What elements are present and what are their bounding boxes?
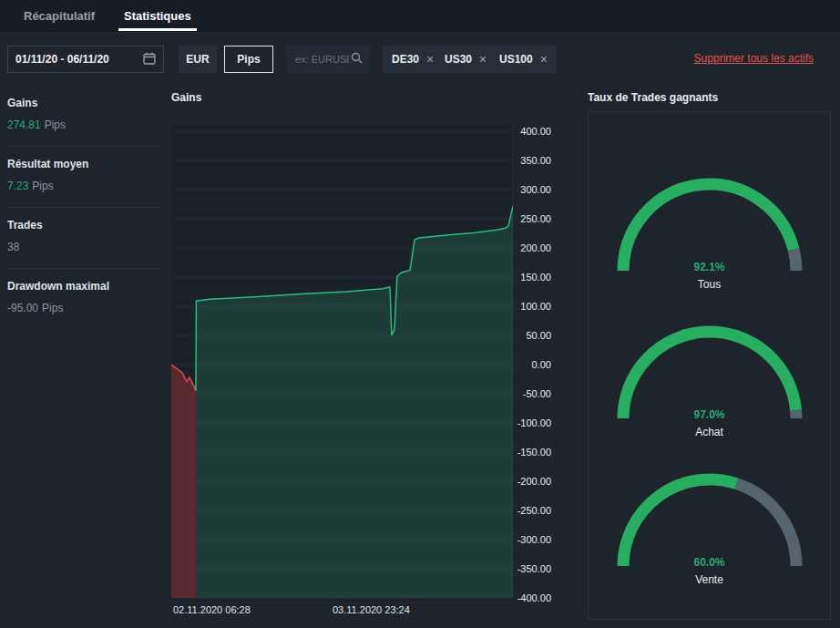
tab-statistiques[interactable]: Statistiques xyxy=(109,0,206,31)
stat-value: 7.23 xyxy=(7,180,28,192)
stat-unit: Pips xyxy=(45,118,66,131)
asset-search-input[interactable] xyxy=(293,53,351,66)
stat-value: 38 xyxy=(7,241,19,253)
y-tick-label: -350.00 xyxy=(517,563,551,574)
asset-chip-label: US100 xyxy=(499,53,533,66)
asset-chip-label: US30 xyxy=(445,53,472,66)
y-tick-label: -100.00 xyxy=(517,417,551,428)
stat-label: Trades xyxy=(7,219,162,232)
stat-trades: Trades 38 xyxy=(7,208,162,269)
stat-unit: Pips xyxy=(32,180,53,192)
x-axis-label-mid: 03.11.2020 23:24 xyxy=(333,604,410,615)
asset-chip-us30[interactable]: US30 × xyxy=(435,46,496,73)
tab-recapitulatif[interactable]: Récapitulatif xyxy=(9,0,109,31)
x-axis-label-start: 02.11.2020 06:28 xyxy=(173,604,251,615)
asset-chip-de30[interactable]: DE30 × xyxy=(383,46,443,73)
date-range-picker[interactable]: 01/11/20 - 06/11/20 xyxy=(7,46,164,73)
gauge-percentage: 92.1% xyxy=(693,261,724,273)
gains-chart-svg xyxy=(171,123,513,601)
search-icon xyxy=(351,51,363,67)
remove-chip-icon[interactable]: × xyxy=(426,53,434,66)
stat-value: 274.81 xyxy=(7,118,41,131)
stat-unit: Pips xyxy=(42,302,63,314)
header-tabs: Récapitulatif Statistiques xyxy=(0,0,840,32)
tab-recapitulatif-label: Récapitulatif xyxy=(24,9,95,23)
y-axis-labels: 400.00350.00300.00250.00200.00150.00100.… xyxy=(515,123,551,601)
y-tick-label: 300.00 xyxy=(520,184,551,195)
gauge-tous: 92.1% Tous xyxy=(589,176,830,324)
pips-toggle-button[interactable]: Pips xyxy=(224,46,273,73)
asset-chip-us100[interactable]: US100 × xyxy=(490,46,557,73)
gauges-title: Taux de Trades gagnants xyxy=(588,91,718,104)
y-tick-label: -50.00 xyxy=(523,388,551,399)
gains-chart-panel xyxy=(171,123,513,601)
y-tick-label: -400.00 xyxy=(517,592,551,603)
date-range-value: 01/11/20 - 06/11/20 xyxy=(15,53,109,66)
gauge-percentage: 97.0% xyxy=(693,408,724,421)
chart-title: Gains xyxy=(171,91,201,104)
tab-statistiques-label: Statistiques xyxy=(124,9,191,23)
remove-chip-icon[interactable]: × xyxy=(479,53,487,66)
gauge-vente: 60.0% Vente xyxy=(589,471,830,619)
y-tick-label: -250.00 xyxy=(517,505,551,516)
stat-label: Drawdown maximal xyxy=(7,280,162,293)
gauge-label: Tous xyxy=(698,278,721,291)
y-tick-label: 250.00 xyxy=(520,213,551,224)
gauge-label: Achat xyxy=(695,426,723,438)
stats-sidebar: Gains 274.81Pips Résultat moyen 7.23Pips… xyxy=(7,86,162,329)
stat-drawdown-maximal: Drawdown maximal -95.00Pips xyxy=(7,269,162,329)
gauge-label: Vente xyxy=(695,573,723,586)
stat-resultat-moyen: Résultat moyen 7.23Pips xyxy=(7,147,162,208)
remove-chip-icon[interactable]: × xyxy=(540,53,548,66)
y-tick-label: 50.00 xyxy=(526,330,551,341)
asset-chip-label: DE30 xyxy=(392,53,419,66)
remove-all-assets-link[interactable]: Supprimer tous les actifs xyxy=(694,52,814,65)
y-tick-label: -150.00 xyxy=(517,447,551,458)
y-tick-label: 400.00 xyxy=(520,126,551,137)
y-tick-label: 350.00 xyxy=(520,155,551,166)
y-tick-label: -300.00 xyxy=(517,534,551,545)
y-tick-label: 200.00 xyxy=(520,242,551,253)
y-tick-label: -200.00 xyxy=(517,476,551,487)
stat-label: Résultat moyen xyxy=(7,158,162,170)
gauges-panel: 92.1% Tous 97.0% Achat 60.0% Vente xyxy=(588,111,831,620)
gauge-percentage: 60.0% xyxy=(693,556,724,569)
currency-toggle-button[interactable]: EUR xyxy=(179,46,217,73)
asset-search xyxy=(286,46,370,73)
calendar-icon xyxy=(143,52,156,67)
gauge-achat: 97.0% Achat xyxy=(589,324,830,471)
y-tick-label: 0.00 xyxy=(532,359,551,370)
stat-value: -95.00 xyxy=(7,302,38,314)
y-tick-label: 150.00 xyxy=(520,272,551,283)
stat-label: Gains xyxy=(7,97,162,109)
stat-gains: Gains 274.81Pips xyxy=(7,86,162,147)
y-tick-label: 100.00 xyxy=(520,301,551,312)
